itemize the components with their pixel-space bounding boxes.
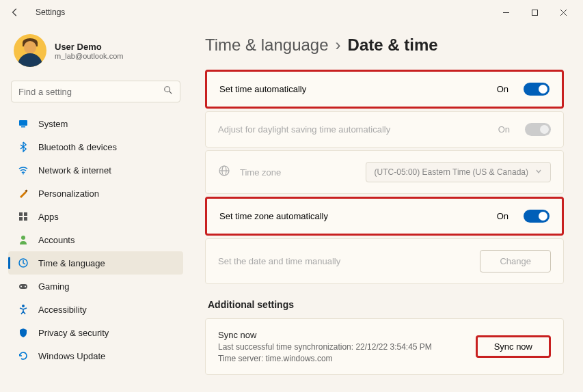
wifi-icon [18, 165, 29, 176]
bluetooth-icon [18, 141, 29, 152]
toggle-state: On [497, 211, 509, 221]
auto-time-toggle[interactable] [524, 83, 550, 96]
svg-point-6 [23, 173, 24, 175]
svg-rect-9 [24, 212, 27, 216]
sidebar-item-gaming[interactable]: Gaming [8, 275, 183, 298]
sidebar-item-update[interactable]: Windows Update [8, 344, 183, 367]
svg-rect-11 [24, 217, 27, 221]
toggle-state: On [497, 84, 509, 94]
svg-rect-1 [532, 10, 537, 15]
svg-point-16 [25, 286, 26, 288]
setting-label: Set time automatically [219, 84, 487, 94]
user-block[interactable]: User Demo m_lab@outlook.com [8, 29, 183, 78]
svg-rect-4 [19, 120, 27, 126]
sync-title: Sync now [218, 330, 466, 340]
update-icon [18, 350, 29, 361]
setting-dst: Adjust for daylight saving time automati… [205, 111, 564, 148]
close-button[interactable] [549, 2, 578, 23]
setting-label: Set time zone automatically [219, 211, 487, 221]
sidebar-item-bluetooth[interactable]: Bluetooth & devices [8, 135, 183, 158]
shield-icon [18, 327, 29, 338]
svg-rect-14 [19, 284, 27, 289]
avatar [14, 34, 46, 67]
svg-point-12 [21, 236, 25, 240]
additional-heading: Additional settings [208, 299, 564, 310]
dst-toggle [525, 123, 551, 136]
setting-sync: Sync now Last successful time synchroniz… [205, 318, 564, 375]
sidebar-item-network[interactable]: Network & internet [8, 158, 183, 182]
back-button[interactable] [5, 3, 25, 22]
sync-now-button[interactable]: Sync now [476, 335, 551, 358]
svg-rect-8 [19, 212, 23, 216]
user-name: User Demo [55, 42, 123, 52]
setting-timezone: Time zone (UTC-05:00) Eastern Time (US &… [205, 150, 564, 194]
svg-rect-5 [21, 126, 25, 128]
sidebar-item-accounts[interactable]: Accounts [8, 228, 183, 251]
system-icon [18, 118, 29, 129]
search-icon [163, 85, 173, 98]
globe-icon [218, 165, 230, 180]
setting-label: Time zone [240, 167, 356, 178]
setting-label: Adjust for daylight saving time automati… [218, 124, 489, 135]
svg-line-3 [170, 92, 172, 94]
change-button: Change [480, 250, 551, 272]
brush-icon [18, 188, 29, 199]
main-content: Time & language › Date & time Set time a… [191, 25, 583, 392]
apps-icon [18, 211, 29, 222]
svg-point-15 [21, 286, 22, 288]
accessibility-icon [18, 304, 29, 315]
sidebar-item-time-language[interactable]: Time & language [8, 251, 183, 275]
sidebar-item-privacy[interactable]: Privacy & security [8, 321, 183, 344]
setting-auto-time: Set time automatically On [205, 70, 564, 109]
titlebar: Settings [0, 0, 583, 25]
sidebar: User Demo m_lab@outlook.com System Bluet… [0, 25, 191, 392]
setting-auto-tz: Set time zone automatically On [205, 197, 564, 236]
chevron-right-icon: › [336, 36, 341, 55]
sidebar-item-personalization[interactable]: Personalization [8, 182, 183, 205]
sidebar-item-apps[interactable]: Apps [8, 205, 183, 228]
sync-server: Time server: time.windows.com [218, 354, 466, 363]
breadcrumb: Time & language › Date & time [205, 36, 564, 55]
toggle-state: On [498, 124, 510, 135]
minimize-button[interactable] [491, 2, 520, 23]
nav-list: System Bluetooth & devices Network & int… [8, 112, 183, 392]
clock-icon [18, 257, 29, 268]
auto-tz-toggle[interactable] [524, 210, 550, 223]
setting-manual-date: Set the date and time manually Change [205, 238, 564, 284]
svg-rect-10 [19, 217, 23, 221]
sidebar-item-accessibility[interactable]: Accessibility [8, 298, 183, 321]
chevron-down-icon [535, 167, 542, 177]
search-input[interactable] [18, 87, 163, 97]
svg-point-2 [165, 87, 170, 92]
timezone-dropdown: (UTC-05:00) Eastern Time (US & Canada) [366, 162, 551, 182]
window-title: Settings [36, 8, 65, 17]
page-title: Date & time [348, 36, 438, 55]
game-icon [18, 281, 29, 292]
sidebar-item-system[interactable]: System [8, 112, 183, 135]
svg-point-17 [22, 305, 25, 307]
sync-last: Last successful time synchronization: 22… [218, 342, 466, 352]
search-box[interactable] [11, 81, 180, 102]
setting-label: Set the date and time manually [218, 256, 470, 266]
user-email: m_lab@outlook.com [55, 52, 123, 60]
breadcrumb-parent[interactable]: Time & language [205, 36, 329, 55]
maximize-button[interactable] [520, 2, 549, 23]
person-icon [18, 234, 29, 245]
